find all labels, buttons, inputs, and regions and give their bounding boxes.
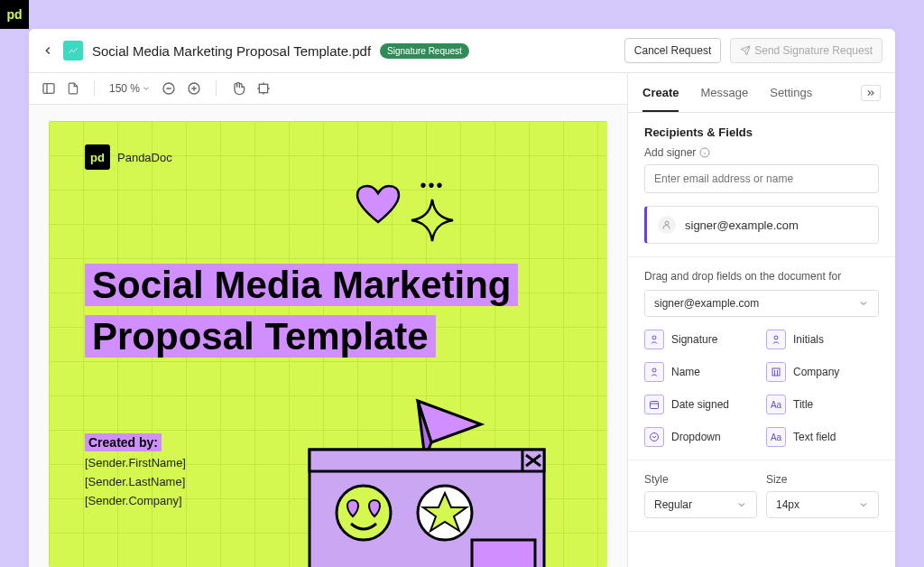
- textfield-icon: Aa: [766, 427, 786, 447]
- field-target-select[interactable]: signer@example.com: [644, 290, 879, 317]
- svg-rect-30: [651, 402, 659, 409]
- sparkle-decoration-icon: •••: [410, 175, 455, 243]
- chevron-down-icon: [858, 298, 869, 309]
- field-company[interactable]: Company: [766, 362, 879, 382]
- corner-pandadoc-logo: pd: [0, 0, 29, 29]
- field-date[interactable]: Date signed: [644, 395, 757, 414]
- field-dropdown[interactable]: Dropdown: [644, 427, 757, 447]
- info-icon: [699, 147, 710, 158]
- add-signer-input[interactable]: [644, 164, 879, 193]
- document-canvas[interactable]: pd PandaDoc ••• Social Media Marketing P…: [29, 105, 627, 567]
- illustration-decoration: [291, 395, 562, 567]
- pandadoc-logo-icon: pd: [85, 144, 110, 170]
- recipients-section: Recipients & Fields Add signer signer@ex…: [628, 113, 895, 257]
- panel-toggle-icon[interactable]: [42, 81, 56, 96]
- svg-point-25: [774, 336, 778, 339]
- company-icon: [766, 362, 786, 382]
- brand-name: PandaDoc: [117, 151, 172, 164]
- tab-create[interactable]: Create: [642, 75, 679, 112]
- style-section: Style Regular Size 14px: [628, 460, 895, 532]
- initials-icon: [766, 330, 786, 349]
- document-title: Social Media Marketing Proposal Template…: [92, 43, 371, 59]
- app-window: Social Media Marketing Proposal Template…: [29, 29, 895, 567]
- document-page: pd PandaDoc ••• Social Media Marketing P…: [49, 121, 607, 567]
- date-icon: [644, 395, 664, 414]
- size-select[interactable]: 14px: [766, 491, 879, 518]
- editor-toolbar: 150 %: [29, 73, 627, 105]
- style-label: Style: [644, 473, 757, 486]
- hand-tool-icon[interactable]: [231, 81, 245, 96]
- editor-pane: 150 % pd: [29, 73, 628, 567]
- avatar-icon: [658, 216, 676, 234]
- size-label: Size: [766, 473, 879, 486]
- svg-rect-27: [772, 368, 780, 376]
- select-tool-icon[interactable]: [256, 81, 271, 96]
- cancel-request-button[interactable]: Cancel Request: [624, 38, 721, 63]
- header-bar: Social Media Marketing Proposal Template…: [29, 29, 895, 73]
- page-title: Social Media Marketing Proposal Template: [85, 260, 571, 362]
- expand-panel-icon[interactable]: [861, 85, 881, 101]
- field-initials[interactable]: Initials: [766, 330, 879, 349]
- heart-decoration-icon: [356, 184, 401, 225]
- svg-point-26: [652, 368, 656, 372]
- tab-message[interactable]: Message: [700, 75, 748, 110]
- signature-icon: [644, 330, 664, 349]
- send-signature-button: Send Signature Request: [730, 38, 882, 63]
- zoom-out-icon[interactable]: [162, 81, 176, 96]
- status-badge: Signature Request: [380, 43, 469, 59]
- field-title[interactable]: AaTitle: [766, 395, 879, 414]
- fields-section: Drag and drop fields on the document for…: [628, 257, 895, 460]
- signer-chip[interactable]: signer@example.com: [644, 206, 879, 244]
- dropdown-icon: [644, 427, 664, 447]
- drag-instruction: Drag and drop fields on the document for: [644, 270, 879, 283]
- title-icon: Aa: [766, 395, 786, 414]
- svg-point-24: [652, 336, 656, 339]
- document-type-icon: [63, 41, 83, 60]
- zoom-level[interactable]: 150 %: [109, 82, 151, 95]
- page-icon[interactable]: [67, 81, 79, 96]
- svg-rect-13: [310, 450, 544, 471]
- add-signer-label: Add signer: [644, 146, 879, 159]
- back-button[interactable]: [42, 44, 54, 57]
- right-panel: Create Message Settings Recipients & Fie…: [628, 73, 895, 567]
- svg-rect-19: [472, 540, 535, 567]
- field-signature[interactable]: Signature: [644, 330, 757, 349]
- chevron-down-icon: [736, 499, 747, 510]
- style-select[interactable]: Regular: [644, 491, 757, 518]
- tab-settings[interactable]: Settings: [770, 75, 812, 110]
- svg-point-17: [337, 486, 391, 540]
- zoom-in-icon[interactable]: [187, 81, 201, 96]
- name-icon: [644, 362, 664, 382]
- recipients-heading: Recipients & Fields: [644, 125, 879, 139]
- field-name[interactable]: Name: [644, 362, 757, 382]
- svg-point-23: [665, 221, 669, 225]
- chevron-down-icon: [858, 499, 869, 510]
- signer-email: signer@example.com: [685, 218, 799, 232]
- field-textfield[interactable]: AaText field: [766, 427, 879, 447]
- panel-tabs: Create Message Settings: [628, 73, 895, 113]
- svg-rect-0: [43, 84, 54, 94]
- svg-rect-7: [259, 84, 267, 92]
- svg-point-32: [651, 433, 659, 442]
- created-by-label: Created by:: [85, 433, 162, 451]
